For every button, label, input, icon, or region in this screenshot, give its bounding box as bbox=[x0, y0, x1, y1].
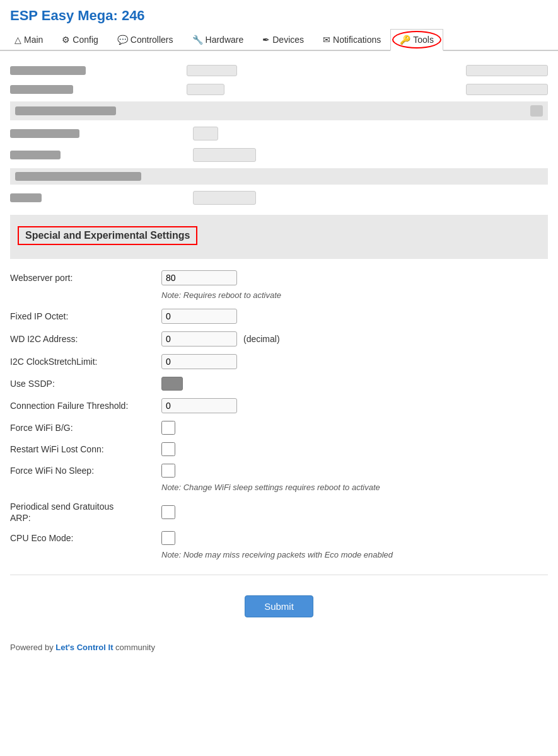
nav-controllers[interactable]: 💬 Controllers bbox=[108, 29, 183, 50]
nav-main[interactable]: △ Main bbox=[5, 29, 52, 50]
blur-block bbox=[193, 148, 256, 162]
notifications-icon: ✉ bbox=[323, 35, 330, 45]
blur-row-4 bbox=[10, 144, 548, 166]
blur-block bbox=[10, 85, 73, 94]
blur-block bbox=[193, 127, 218, 140]
footer: Powered by Let's Control It community bbox=[0, 636, 558, 662]
blur-block bbox=[466, 65, 548, 76]
controllers-icon: 💬 bbox=[117, 35, 128, 45]
form-row-wd-i2c: WD I2C Address: (decimal) bbox=[10, 328, 548, 350]
config-icon: ⚙ bbox=[62, 35, 70, 45]
form-row-ssdp: Use SSDP: bbox=[10, 373, 548, 394]
submit-row: Submit bbox=[10, 585, 548, 630]
i2c-clock-label: I2C ClockStretchLimit: bbox=[10, 357, 161, 367]
nav-config-label: Config bbox=[73, 35, 98, 45]
blur-section-header-1 bbox=[10, 101, 548, 120]
page-title: ESP Easy Mega: 246 bbox=[0, 0, 558, 29]
force-wifi-bg-label: Force WiFi B/G: bbox=[10, 423, 161, 433]
main-icon: △ bbox=[15, 35, 21, 45]
blur-block bbox=[10, 151, 61, 159]
blur-block bbox=[530, 105, 543, 117]
webserver-port-label: Webserver port: bbox=[10, 273, 161, 283]
nav-tools-label: Tools bbox=[413, 35, 434, 45]
webserver-port-input[interactable] bbox=[161, 270, 237, 285]
blur-block bbox=[187, 65, 237, 76]
nav-hardware-label: Hardware bbox=[206, 35, 244, 45]
blur-row-2 bbox=[10, 80, 548, 99]
nav-hardware[interactable]: 🔧 Hardware bbox=[183, 29, 253, 50]
form-row-force-wifi-bg: Force WiFi B/G: bbox=[10, 417, 548, 438]
devices-icon: ✒ bbox=[262, 35, 270, 45]
hardware-icon: 🔧 bbox=[192, 35, 203, 45]
blurred-section bbox=[10, 57, 548, 215]
wd-i2c-label: WD I2C Address: bbox=[10, 334, 161, 344]
arp-checkbox[interactable] bbox=[161, 505, 175, 519]
cpu-eco-label: CPU Eco Mode: bbox=[10, 533, 161, 543]
webserver-port-note: Note: Requires reboot to activate bbox=[10, 289, 548, 305]
fixed-ip-label: Fixed IP Octet: bbox=[10, 311, 161, 321]
blur-block bbox=[10, 129, 79, 138]
blur-block bbox=[466, 84, 548, 95]
blur-block bbox=[187, 84, 224, 95]
arp-label: Periodical send GratuitousARP: bbox=[10, 501, 161, 524]
ssdp-toggle[interactable] bbox=[161, 377, 183, 391]
nav-devices[interactable]: ✒ Devices bbox=[253, 29, 313, 50]
form-row-fixed-ip: Fixed IP Octet: bbox=[10, 305, 548, 328]
footer-link[interactable]: Let's Control It bbox=[55, 643, 113, 652]
submit-button[interactable]: Submit bbox=[245, 595, 313, 617]
nav-config[interactable]: ⚙ Config bbox=[52, 29, 107, 50]
blur-section-header-2 bbox=[10, 168, 548, 185]
nav-notifications[interactable]: ✉ Notifications bbox=[313, 29, 390, 50]
blur-row-1 bbox=[10, 61, 548, 80]
footer-prefix: Powered by bbox=[10, 643, 55, 652]
special-section-heading: Special and Experimental Settings bbox=[18, 226, 197, 245]
form-row-webserver-port: Webserver port: bbox=[10, 266, 548, 289]
cpu-eco-note: Note: Node may miss receiving packets wi… bbox=[10, 549, 548, 564]
fixed-ip-input[interactable] bbox=[161, 309, 237, 324]
main-nav: △ Main ⚙ Config 💬 Controllers 🔧 Hardware… bbox=[0, 29, 558, 51]
nav-main-label: Main bbox=[24, 35, 43, 45]
tools-icon: 🔑 bbox=[400, 35, 410, 45]
form-row-restart-wifi: Restart WiFi Lost Conn: bbox=[10, 438, 548, 460]
blur-block bbox=[15, 106, 116, 115]
blur-row-3 bbox=[10, 123, 548, 144]
content-area: Special and Experimental Settings Webser… bbox=[0, 51, 558, 636]
restart-wifi-label: Restart WiFi Lost Conn: bbox=[10, 444, 161, 454]
footer-suffix: community bbox=[113, 643, 154, 652]
form-row-arp: Periodical send GratuitousARP: bbox=[10, 497, 548, 527]
blur-block bbox=[193, 191, 256, 205]
nav-notifications-label: Notifications bbox=[333, 35, 381, 45]
restart-wifi-checkbox[interactable] bbox=[161, 442, 175, 456]
force-wifi-bg-checkbox[interactable] bbox=[161, 421, 175, 435]
i2c-clock-input[interactable] bbox=[161, 354, 237, 369]
nav-controllers-label: Controllers bbox=[131, 35, 173, 45]
nav-devices-label: Devices bbox=[272, 35, 304, 45]
blur-block bbox=[15, 172, 141, 181]
force-wifi-nosleep-label: Force WiFi No Sleep: bbox=[10, 466, 161, 476]
blur-row-5 bbox=[10, 187, 548, 209]
conn-fail-label: Connection Failure Threshold: bbox=[10, 401, 161, 411]
ssdp-label: Use SSDP: bbox=[10, 379, 161, 389]
special-section-header-bg: Special and Experimental Settings bbox=[10, 215, 548, 259]
divider bbox=[10, 575, 548, 575]
conn-fail-input[interactable] bbox=[161, 398, 237, 413]
form-row-cpu-eco: CPU Eco Mode: bbox=[10, 527, 548, 549]
form-row-conn-fail: Connection Failure Threshold: bbox=[10, 394, 548, 417]
nav-tools[interactable]: 🔑 Tools bbox=[390, 29, 443, 51]
wd-i2c-hint: (decimal) bbox=[243, 334, 280, 344]
wd-i2c-input[interactable] bbox=[161, 331, 237, 346]
cpu-eco-checkbox[interactable] bbox=[161, 531, 175, 545]
form-row-i2c-clock: I2C ClockStretchLimit: bbox=[10, 350, 548, 373]
force-wifi-nosleep-checkbox[interactable] bbox=[161, 464, 175, 478]
blur-block bbox=[10, 193, 42, 202]
wifi-sleep-note: Note: Change WiFi sleep settings require… bbox=[10, 481, 548, 497]
blur-block bbox=[10, 66, 86, 75]
form-row-force-wifi-nosleep: Force WiFi No Sleep: bbox=[10, 460, 548, 481]
